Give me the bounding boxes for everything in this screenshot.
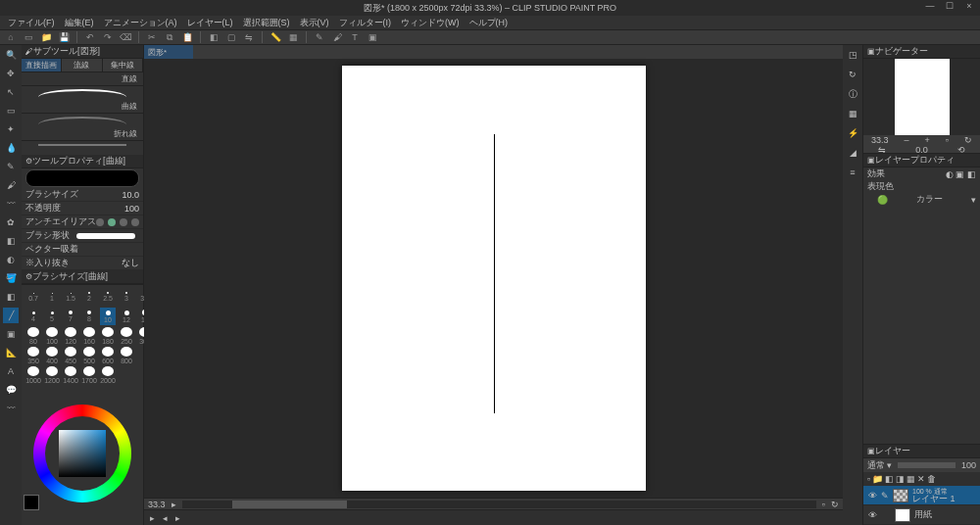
grid-icon[interactable]: ▦ xyxy=(286,30,300,44)
brushsize-cell[interactable]: 1.5 xyxy=(63,288,78,306)
save-icon[interactable]: 💾 xyxy=(57,30,71,44)
layer-icon[interactable]: ≡ xyxy=(845,165,860,180)
transform-icon[interactable]: ◧ xyxy=(207,30,220,44)
brushsize-cell[interactable]: 80 xyxy=(25,327,41,345)
effect-icons[interactable]: ◐ ▣ ◧ xyxy=(946,169,976,179)
fill-tool-icon[interactable]: 🪣 xyxy=(3,270,19,286)
color-wheel[interactable] xyxy=(22,395,143,512)
nav-zoomin-icon[interactable]: + xyxy=(925,135,930,145)
layer-x-icon[interactable]: ✕ xyxy=(917,474,925,484)
brushsize-cell[interactable]: 2000 xyxy=(100,366,116,384)
pen-tool-icon[interactable]: ✎ xyxy=(3,159,19,174)
blend-select[interactable]: 通常 xyxy=(867,459,885,472)
erase-icon[interactable]: ⌫ xyxy=(119,30,132,44)
menu-animation[interactable]: アニメーション(A) xyxy=(100,17,181,29)
document-tab[interactable]: 図形* xyxy=(144,45,193,59)
undo-icon[interactable]: ↶ xyxy=(83,30,97,44)
brushsize-cell[interactable]: 450 xyxy=(63,347,78,364)
select-tool-icon[interactable]: ▭ xyxy=(3,103,19,119)
menu-layer[interactable]: レイヤー(L) xyxy=(183,17,237,29)
ruler-s-icon[interactable]: ◢ xyxy=(845,145,860,161)
subtool-tab-focus[interactable]: 集中線 xyxy=(103,59,143,72)
info-icon[interactable]: ⓘ xyxy=(845,86,860,102)
zoom-readout[interactable]: 33.3 xyxy=(148,500,166,509)
prop-brushsize[interactable]: ブラシサイズ10.0 xyxy=(22,188,143,202)
layer-b-icon[interactable]: ◨ xyxy=(896,474,905,484)
home-icon[interactable]: ⌂ xyxy=(4,30,18,44)
nav-zoom[interactable]: 33.3 xyxy=(871,135,889,145)
brushsize-cell[interactable]: 350 xyxy=(25,347,41,364)
brushsize-cell[interactable]: 600 xyxy=(100,347,116,364)
brushsize-cell[interactable]: 1700 xyxy=(81,366,97,384)
move-tool-icon[interactable]: ✥ xyxy=(3,66,19,81)
fit-icon[interactable]: ▫ xyxy=(822,500,825,509)
brushsize-cell[interactable]: 250 xyxy=(119,327,134,345)
brushsize-cell[interactable]: 5 xyxy=(44,308,60,325)
new-icon[interactable]: ▭ xyxy=(22,30,35,44)
cut-icon[interactable]: ✂ xyxy=(145,30,159,44)
opacity-value[interactable]: 100 xyxy=(961,460,976,470)
blend-tool-icon[interactable]: ◐ xyxy=(3,252,19,267)
scroll-track[interactable] xyxy=(182,501,816,508)
layer-row[interactable]: 👁 用紙 xyxy=(863,505,980,525)
prop-brushshape[interactable]: ブラシ形状 xyxy=(22,229,143,243)
action-icon[interactable]: ⚡ xyxy=(845,125,860,141)
subtool-tab-stream[interactable]: 流線 xyxy=(62,59,102,72)
brushsize-cell[interactable]: 3 xyxy=(119,288,134,306)
redo-icon[interactable]: ↷ xyxy=(101,30,115,44)
flip-h-icon[interactable]: ⇋ xyxy=(242,30,256,44)
brushsize-cell[interactable]: 1000 xyxy=(25,366,41,384)
frame-prev-icon[interactable]: ◂ xyxy=(163,513,168,523)
crop-icon[interactable]: ▢ xyxy=(224,30,238,44)
newfolder-icon[interactable]: 📁 xyxy=(872,474,883,484)
brushsize-cell[interactable]: 120 xyxy=(63,327,78,345)
menu-window[interactable]: ウィンドウ(W) xyxy=(397,17,464,29)
brushsize-cell[interactable]: 400 xyxy=(44,347,60,364)
brushsize-cell[interactable]: 1400 xyxy=(63,366,78,384)
layer-a-icon[interactable]: ◧ xyxy=(885,474,894,484)
brushsize-cell[interactable]: 10 xyxy=(100,308,116,325)
frame-next-icon[interactable]: ▸ xyxy=(175,513,180,523)
brushsize-cell[interactable]: 180 xyxy=(100,327,116,345)
menu-edit[interactable]: 編集(E) xyxy=(61,17,98,29)
pen-icon[interactable]: ✎ xyxy=(313,30,326,44)
copy-icon[interactable]: ⧉ xyxy=(163,30,176,44)
brush-icon[interactable]: 🖌 xyxy=(330,30,344,44)
scroll-thumb[interactable] xyxy=(232,501,347,508)
ruler-icon[interactable]: 📏 xyxy=(269,30,282,44)
menu-select[interactable]: 選択範囲(S) xyxy=(239,17,294,29)
menu-filter[interactable]: フィルター(I) xyxy=(335,17,396,29)
layer-m-icon[interactable]: ▦ xyxy=(906,474,915,484)
wand-tool-icon[interactable]: ✦ xyxy=(3,121,19,137)
prop-opacity[interactable]: 不透明度100 xyxy=(22,202,143,215)
history-icon[interactable]: ↻ xyxy=(845,67,860,82)
brush-tool-icon[interactable]: 🖌 xyxy=(3,177,19,193)
ruler-tool-icon[interactable]: 📐 xyxy=(3,345,19,360)
trash-icon[interactable]: 🗑 xyxy=(927,474,936,484)
subtool-row-curve[interactable]: 曲線 xyxy=(22,100,143,114)
nav-rotate-icon[interactable]: ↻ xyxy=(964,135,972,145)
brushsize-cell[interactable]: 1 xyxy=(44,288,60,306)
material-icon[interactable]: ▦ xyxy=(845,106,860,121)
menu-file[interactable]: ファイル(F) xyxy=(4,17,59,29)
brushsize-cell[interactable]: 160 xyxy=(81,327,97,345)
navigator-icon[interactable]: ◳ xyxy=(845,47,860,63)
eye-icon[interactable]: 👁 xyxy=(867,510,877,520)
menu-help[interactable]: ヘルプ(H) xyxy=(466,17,513,29)
prop-vector[interactable]: ベクター吸着 xyxy=(22,243,143,257)
opacity-slider[interactable] xyxy=(898,462,956,468)
eye-icon[interactable]: 👁 xyxy=(867,491,877,501)
balloon-tool-icon[interactable]: 💬 xyxy=(3,382,19,398)
close-button[interactable]: × xyxy=(960,0,978,12)
frame-icon[interactable]: ▣ xyxy=(366,30,379,44)
subtool-row-polyline[interactable]: 折れ線 xyxy=(22,127,143,141)
eyedropper-icon[interactable]: 💧 xyxy=(3,140,19,156)
deco-tool-icon[interactable]: ✿ xyxy=(3,215,19,230)
brushsize-cell[interactable]: 1200 xyxy=(44,366,60,384)
zoom-tool-icon[interactable]: 🔍 xyxy=(3,47,19,63)
color-square[interactable] xyxy=(59,430,106,477)
minimize-button[interactable]: — xyxy=(921,0,939,12)
layer-row[interactable]: 👁 ✎ 100 % 通常レイヤー 1 xyxy=(863,486,980,505)
open-icon[interactable]: 📁 xyxy=(39,30,53,44)
nav-fit-icon[interactable]: ▫ xyxy=(946,135,949,145)
